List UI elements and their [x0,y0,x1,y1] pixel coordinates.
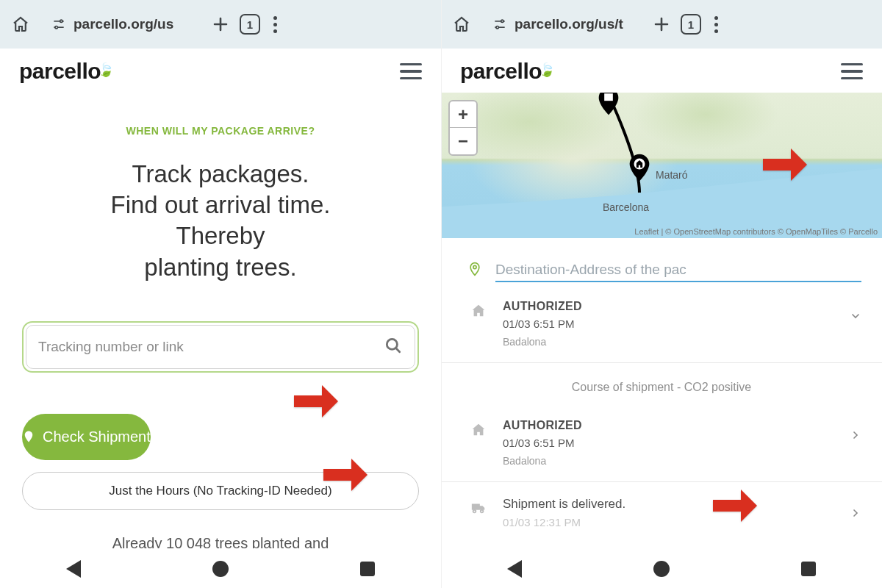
destination-input-row [441,238,882,290]
chevron-right-icon [850,507,861,522]
browser-chrome: parcello.org/us 1 [0,0,441,49]
tracking-input[interactable] [38,339,376,355]
house-icon [470,422,487,441]
search-icon[interactable] [384,336,403,358]
hamburger-menu-icon[interactable] [400,63,422,80]
event-status: AUTHORIZED [503,300,833,313]
url-bar[interactable]: parcello.org/us/t [481,9,642,40]
hamburger-menu-icon[interactable] [841,63,863,80]
leaf-icon: 🍃 [539,62,555,78]
android-nav-bar [441,548,882,588]
hero-headline: Track packages. Find out arrival time. T… [0,159,441,283]
truck-icon [470,500,487,519]
event-status: Shipment is delivered. [503,497,833,512]
tracking-event[interactable]: Shipment is delivered. 01/03 12:31 PM [441,487,882,528]
map-origin-pin-icon [594,93,623,121]
map-attribution: Leaflet | © OpenStreetMap contributors ©… [634,227,878,236]
nav-recents-icon[interactable] [360,562,375,576]
site-settings-icon [492,17,507,32]
tab-count[interactable]: 1 [240,14,260,35]
destination-input[interactable] [495,259,861,282]
menu-dots-icon[interactable] [711,13,721,36]
url-bar[interactable]: parcello.org/us [40,9,201,40]
location-pin-icon [22,430,35,443]
location-pin-icon [467,259,482,282]
map-destination-pin-icon [625,148,654,187]
divider [441,362,882,363]
divider [441,481,882,482]
zoom-in-button[interactable]: + [450,101,476,128]
site-settings-icon [51,17,66,32]
url-text: parcello.org/us [74,16,173,32]
nav-recents-icon[interactable] [801,562,816,576]
map-zoom-control: + − [448,100,478,156]
event-time: 01/03 6:51 PM [503,437,833,449]
event-location: Badalona [503,455,833,467]
map-label: Barcelona [603,201,649,213]
logo[interactable]: parcello🍃 [460,59,555,84]
menu-dots-icon[interactable] [270,13,280,36]
nav-back-icon[interactable] [507,560,522,578]
house-icon [470,303,487,322]
nav-home-icon[interactable] [212,561,229,577]
app-header: parcello🍃 [441,49,882,93]
event-time: 01/03 6:51 PM [503,318,833,330]
nav-back-icon[interactable] [66,560,81,578]
hero-eyebrow: WHEN WILL MY PACKAGE ARRIVE? [0,125,441,137]
event-location: Badalona [503,336,833,348]
url-text: parcello.org/us/t [514,16,623,32]
annotation-arrow [763,148,807,184]
logo[interactable]: parcello🍃 [19,59,114,84]
tab-count[interactable]: 1 [681,14,701,35]
tracking-map[interactable]: + − Mataró Barcelona Leaflet | © OpenStr… [441,93,882,238]
home-icon[interactable] [453,15,470,33]
chevron-right-icon [850,429,861,444]
leaf-icon: 🍃 [98,62,114,78]
app-header: parcello🍃 [0,49,441,93]
check-shipment-button[interactable]: Check Shipment [22,414,151,460]
chevron-down-icon [850,310,861,325]
new-tab-icon[interactable] [212,15,229,33]
new-tab-icon[interactable] [653,15,670,33]
android-nav-bar [0,548,441,588]
event-time: 01/03 12:31 PM [503,516,833,528]
trees-counter-text: Already 10 048 trees planted and [0,535,441,548]
tracking-input-wrap [22,321,419,373]
annotation-arrow [713,490,757,525]
svg-rect-7 [604,93,613,101]
event-status: AUTHORIZED [503,419,833,432]
home-icon[interactable] [12,15,29,33]
browser-chrome: parcello.org/us/t 1 [441,0,882,49]
course-label: Course of shipment - CO2 positive [441,368,882,409]
nav-home-icon[interactable] [653,561,670,577]
annotation-arrow [294,385,338,420]
tracking-event[interactable]: AUTHORIZED 01/03 6:51 PM Badalona [441,409,882,477]
map-label: Mataró [656,169,688,181]
tracking-event[interactable]: AUTHORIZED 01/03 6:51 PM Badalona [441,290,882,358]
annotation-arrow [323,459,368,494]
zoom-out-button[interactable]: − [450,128,476,154]
